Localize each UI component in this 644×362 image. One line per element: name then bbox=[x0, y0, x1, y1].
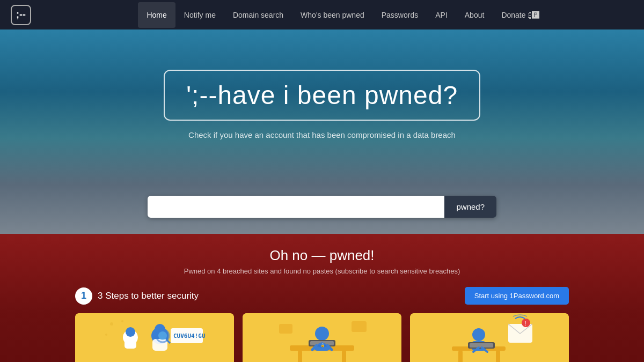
svg-rect-18 bbox=[342, 351, 346, 362]
navbar: ;-- Home Notify me Domain search Who's b… bbox=[0, 0, 644, 29]
search-input[interactable] bbox=[148, 196, 444, 218]
onepassword-icon: 1 bbox=[75, 287, 92, 305]
step2-illustration: 🔒 bbox=[243, 313, 401, 362]
pwned-button[interactable]: pwned? bbox=[444, 196, 496, 218]
result-title: Oh no — pwned! bbox=[75, 247, 569, 264]
step3-illustration: ! bbox=[410, 313, 569, 362]
step-card-1: CUV6U4!GU Step 1 Protect yourself using … bbox=[75, 313, 234, 362]
onepassword-header: 1 3 Steps to better security Start using… bbox=[75, 287, 569, 305]
svg-rect-17 bbox=[298, 351, 302, 362]
svg-point-3 bbox=[105, 334, 107, 336]
result-subtitle: Pwned on 4 breached sites and found no p… bbox=[75, 267, 569, 275]
svg-rect-27 bbox=[279, 324, 292, 334]
step1-svg: CUV6U4!GU bbox=[101, 313, 208, 362]
onepassword-title: 3 Steps to better security bbox=[98, 291, 199, 301]
nav-links: Home Notify me Domain search Who's been … bbox=[138, 2, 547, 28]
step-card-3: ! Step 3 Subscribe to notifications for … bbox=[410, 313, 569, 362]
site-logo[interactable]: ;-- bbox=[11, 5, 31, 25]
svg-point-33 bbox=[472, 328, 485, 341]
svg-point-13 bbox=[158, 331, 167, 340]
step3-svg: ! bbox=[436, 313, 543, 362]
hero-title-box: ';--have i been pwned? bbox=[164, 70, 480, 121]
nav-item-donate[interactable]: Donate ₿🅿 bbox=[493, 2, 547, 28]
nav-item-notify[interactable]: Notify me bbox=[175, 2, 224, 28]
step1-illustration: CUV6U4!GU bbox=[75, 313, 234, 362]
svg-point-5 bbox=[126, 327, 135, 337]
result-section: Oh no — pwned! Pwned on 4 breached sites… bbox=[0, 234, 644, 362]
svg-rect-32 bbox=[496, 351, 500, 362]
svg-rect-31 bbox=[458, 351, 463, 362]
nav-item-domain[interactable]: Domain search bbox=[224, 2, 292, 28]
svg-text:🔒: 🔒 bbox=[320, 343, 325, 348]
nav-item-api[interactable]: API bbox=[427, 2, 456, 28]
step2-svg: 🔒 bbox=[268, 313, 376, 362]
nav-item-passwords[interactable]: Passwords bbox=[373, 2, 427, 28]
start-1password-button[interactable]: Start using 1Password.com bbox=[465, 287, 569, 305]
nav-item-about[interactable]: About bbox=[456, 2, 493, 28]
nav-item-whopwned[interactable]: Who's been pwned bbox=[292, 2, 373, 28]
onepassword-title-wrap: 1 3 Steps to better security bbox=[75, 287, 199, 305]
nav-item-home[interactable]: Home bbox=[138, 2, 175, 28]
svg-text:CUV6U4!GU: CUV6U4!GU bbox=[173, 333, 206, 339]
search-section: pwned? bbox=[0, 185, 644, 234]
step-card-2: 🔒 Step 2 Enable 2 factor authentication … bbox=[243, 313, 401, 362]
hero-subtitle: Check if you have an account that has be… bbox=[188, 130, 456, 139]
svg-text:!: ! bbox=[524, 321, 526, 327]
steps-grid: CUV6U4!GU Step 1 Protect yourself using … bbox=[75, 313, 569, 362]
svg-point-2 bbox=[121, 320, 123, 322]
svg-point-1 bbox=[110, 322, 113, 326]
hero-title: ';--have i been pwned? bbox=[186, 80, 458, 110]
svg-rect-28 bbox=[352, 321, 367, 332]
search-bar: pwned? bbox=[148, 196, 496, 218]
svg-rect-6 bbox=[125, 339, 136, 349]
hero-section: ';--have i been pwned? Check if you have… bbox=[0, 29, 644, 185]
donate-icons: ₿🅿 bbox=[528, 11, 539, 19]
svg-point-19 bbox=[315, 327, 329, 341]
